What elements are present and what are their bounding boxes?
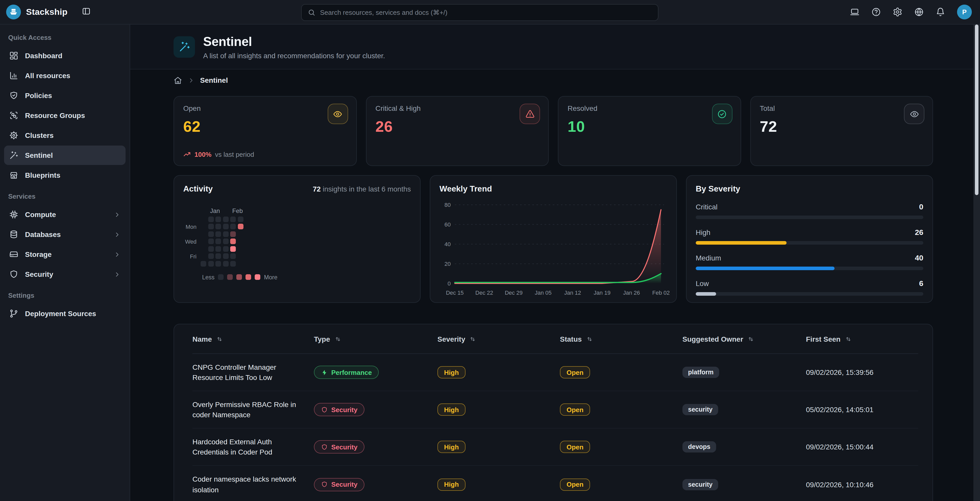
- severity-track: [696, 241, 923, 245]
- column-header-first-seen[interactable]: First Seen: [806, 335, 918, 343]
- activity-summary: 72 insights in the last 6 months: [313, 185, 411, 193]
- column-header-status[interactable]: Status: [560, 335, 682, 343]
- heatmap-cell: [223, 224, 228, 230]
- svg-text:Feb 02: Feb 02: [652, 290, 670, 296]
- heatmap-cell: [208, 217, 213, 222]
- sidebar-item-label: Blueprints: [25, 171, 60, 179]
- global-search[interactable]: [301, 4, 659, 21]
- heatmap-cell: [223, 246, 228, 252]
- table-row[interactable]: Coder namespace lacks network isolationS…: [192, 466, 918, 501]
- database-icon: [9, 230, 18, 239]
- sort-icon: [469, 335, 476, 342]
- legend-less-label: Less: [202, 274, 215, 280]
- heatmap-row: [183, 215, 411, 223]
- column-header-severity[interactable]: Severity: [438, 335, 560, 343]
- column-label: Suggested Owner: [682, 335, 743, 343]
- user-avatar[interactable]: P: [957, 5, 972, 19]
- home-icon[interactable]: [173, 76, 182, 85]
- sidebar-item-storage[interactable]: Storage: [4, 245, 126, 264]
- type-badge: Security: [314, 440, 365, 453]
- severity-value: 6: [919, 279, 923, 287]
- severity-bars: Critical0High26Medium40Low6: [696, 202, 923, 296]
- heatmap-cell: [200, 261, 206, 266]
- severity-label: Low: [696, 279, 709, 287]
- severity-value: 0: [919, 202, 923, 211]
- notifications-button[interactable]: [935, 7, 945, 17]
- sidebar-item-sentinel[interactable]: Sentinel: [4, 145, 126, 165]
- shield-icon: [321, 406, 328, 413]
- chevron-right-icon: [114, 231, 121, 238]
- resource-group-icon: [9, 111, 18, 120]
- weekly-trend-chart: 020406080Dec 15Dec 22Dec 29Jan 05Jan 12J…: [439, 198, 667, 301]
- month-label: Feb: [232, 207, 243, 214]
- main-content: Sentinel A list of all insights and reco…: [130, 24, 980, 501]
- weekday-label: Mon: [183, 224, 200, 230]
- sidebar-item-blueprints[interactable]: Blueprints: [4, 166, 126, 185]
- sidebar-item-label: Storage: [25, 250, 52, 258]
- table-body: CNPG Controller Manager Resource Limits …: [192, 354, 918, 501]
- language-button[interactable]: [914, 7, 924, 17]
- laptop-icon: [850, 7, 859, 17]
- sidebar-item-resource-groups[interactable]: Resource Groups: [4, 106, 126, 125]
- heatmap-cell: [215, 246, 221, 252]
- severity-row-medium: Medium40: [696, 253, 923, 270]
- legend-swatch: [246, 274, 251, 280]
- sidebar-item-label: Sentinel: [25, 151, 53, 160]
- sidebar-item-databases[interactable]: Databases: [4, 225, 126, 244]
- legend-swatch: [255, 274, 261, 280]
- help-button[interactable]: [871, 7, 881, 17]
- heatmap-legend: LessMore: [202, 274, 411, 280]
- heatmap-month-labels: JanFeb: [183, 207, 411, 215]
- summary-panels: Activity 72 insights in the last 6 month…: [173, 175, 933, 303]
- shield-icon: [321, 444, 328, 450]
- stat-trend: 100%vs last period: [183, 151, 254, 158]
- table-row[interactable]: CNPG Controller Manager Resource Limits …: [192, 354, 918, 391]
- sidebar-item-dashboard[interactable]: Dashboard: [4, 46, 126, 65]
- table-row[interactable]: Overly Permissive RBAC Role in coder Nam…: [192, 391, 918, 429]
- search-icon: [308, 9, 315, 16]
- sidebar-toggle-button[interactable]: [82, 6, 91, 18]
- search-input[interactable]: [320, 9, 652, 16]
- globe-icon: [914, 7, 924, 17]
- layout-dashboard-icon: [9, 51, 18, 60]
- type-label: Performance: [331, 369, 372, 376]
- sidebar-item-security[interactable]: Security: [4, 265, 126, 284]
- column-label: Name: [192, 335, 212, 343]
- scrollbar-thumb[interactable]: [975, 24, 978, 195]
- severity-badge: High: [438, 478, 466, 490]
- severity-badge: High: [438, 404, 466, 416]
- severity-panel: By Severity Critical0High26Medium40Low6: [686, 175, 933, 303]
- sidebar-item-label: Databases: [25, 230, 61, 238]
- sidebar-item-policies[interactable]: Policies: [4, 86, 126, 105]
- heatmap-cell: [208, 254, 213, 259]
- sidebar-item-clusters[interactable]: Clusters: [4, 126, 126, 145]
- status-badge: Open: [560, 404, 590, 416]
- severity-row-low: Low6: [696, 279, 923, 296]
- heatmap-row: Fri: [183, 252, 411, 260]
- heatmap-cell: [215, 254, 221, 259]
- help-circle-icon: [871, 7, 881, 17]
- cpu-icon: [9, 210, 18, 219]
- heatmap-cell: [215, 261, 221, 266]
- chevron-right-icon: [114, 271, 121, 278]
- heatmap-cell: [223, 239, 228, 244]
- column-header-type[interactable]: Type: [314, 335, 438, 343]
- severity-badge: High: [438, 366, 466, 378]
- table-row[interactable]: Hardcoded External Auth Credentials in C…: [192, 429, 918, 466]
- sidebar-item-compute[interactable]: Compute: [4, 205, 126, 224]
- heatmap-cell: [230, 231, 236, 237]
- column-header-suggested-owner[interactable]: Suggested Owner: [682, 335, 806, 343]
- shield-check-icon: [9, 91, 18, 100]
- git-branch-icon: [9, 309, 18, 318]
- column-header-name[interactable]: Name: [192, 335, 314, 343]
- sidebar-item-deployment-sources[interactable]: Deployment Sources: [4, 304, 126, 323]
- alert-triangle-icon: [525, 109, 535, 119]
- sidebar-item-all-resources[interactable]: All resources: [4, 66, 126, 85]
- devices-button[interactable]: [850, 7, 859, 17]
- settings-button[interactable]: [893, 7, 902, 17]
- scrollbar-track[interactable]: [974, 24, 980, 501]
- chevron-right-icon: [114, 251, 121, 258]
- insight-name: Coder namespace lacks network isolation: [192, 474, 300, 495]
- column-label: First Seen: [806, 335, 840, 343]
- type-label: Security: [331, 443, 358, 451]
